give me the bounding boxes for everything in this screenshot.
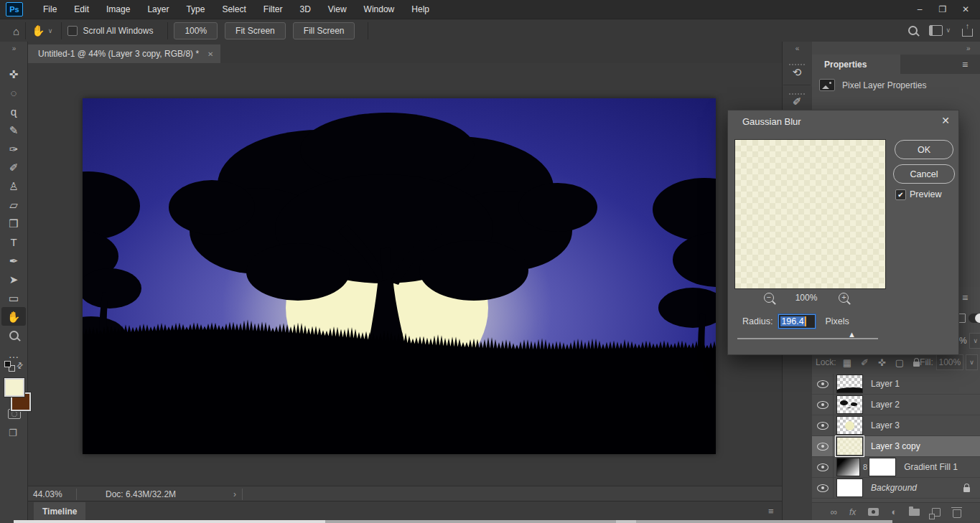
pen-tool[interactable]: ✒ — [1, 251, 26, 270]
paint-bucket-tool[interactable]: ❒ — [1, 214, 26, 232]
zoom-tool[interactable] — [1, 326, 26, 344]
menu-select[interactable]: Select — [213, 0, 254, 19]
expand-dock-icon[interactable]: » — [966, 44, 970, 52]
tab-close-icon[interactable]: ✕ — [207, 50, 213, 58]
chevron-right-icon[interactable]: › — [233, 489, 236, 499]
document-tab[interactable]: Untitled-1 @ 44% (Layer 3 copy, RGB/8) *… — [28, 44, 220, 63]
checker-lock-icon[interactable]: ▦ — [843, 358, 851, 367]
menu-view[interactable]: View — [319, 0, 355, 19]
collapse-tools-icon[interactable]: » — [0, 44, 27, 52]
visibility-toggle[interactable] — [812, 457, 834, 477]
tab-properties[interactable]: Properties — [812, 55, 900, 74]
type-tool[interactable]: T — [1, 232, 26, 251]
foreground-color-swatch[interactable] — [4, 378, 24, 397]
document-info[interactable]: Doc: 6.43M/32.2M › — [76, 489, 243, 500]
move-lock-icon[interactable]: ✜ — [878, 358, 886, 367]
path-selection-tool[interactable]: ➤ — [1, 270, 26, 288]
zoom-100-button[interactable]: 100% — [174, 22, 218, 39]
layer-row[interactable]: Layer 3 copy — [812, 436, 980, 457]
menu-help[interactable]: Help — [403, 0, 438, 19]
layers-menu-icon[interactable]: ≡ — [962, 292, 968, 303]
fill-value[interactable]: 100% — [936, 354, 963, 370]
layer-row[interactable]: Background — [812, 478, 980, 499]
zoom-out-icon[interactable]: − — [764, 293, 774, 303]
trash-icon[interactable] — [953, 509, 961, 518]
menu-edit[interactable]: Edit — [65, 0, 98, 19]
radius-slider-track[interactable] — [737, 338, 878, 339]
blur-preview-area[interactable] — [734, 139, 886, 289]
elliptical-marquee-tool[interactable]: ◌ — [1, 83, 26, 102]
dialog-close-icon[interactable]: ✕ — [941, 115, 950, 126]
menu-image[interactable]: Image — [98, 0, 139, 19]
zoom-in-icon[interactable]: + — [839, 293, 849, 303]
cancel-button[interactable]: Cancel — [893, 164, 955, 184]
rectangle-tool[interactable]: ▭ — [1, 288, 26, 307]
restore-button[interactable]: ❐ — [933, 1, 953, 17]
quick-selection-tool[interactable]: ✎ — [1, 121, 26, 139]
layer-thumbnail[interactable] — [836, 437, 863, 456]
default-colors-icon[interactable] — [4, 361, 15, 374]
layer-row[interactable]: Layer 2 — [812, 395, 980, 415]
visibility-toggle[interactable] — [812, 415, 834, 435]
adjustment-icon[interactable]: ◐ — [891, 507, 897, 517]
chevron-down-icon[interactable]: ∨ — [48, 27, 53, 34]
layer-row[interactable]: Layer 1 — [812, 374, 980, 395]
menu-layer[interactable]: Layer — [139, 0, 177, 19]
preview-checkbox[interactable]: ✔ — [895, 189, 906, 200]
all-lock-icon[interactable] — [913, 362, 920, 367]
brush-tool[interactable]: ✐ — [1, 158, 26, 176]
radius-input[interactable]: 196.4 — [778, 314, 816, 329]
scroll-all-windows-checkbox[interactable] — [67, 26, 78, 36]
visibility-toggle[interactable] — [812, 478, 834, 498]
move-tool[interactable]: ✜ — [1, 65, 26, 83]
collapse-panels-icon[interactable]: « — [782, 44, 812, 52]
layer-thumbnail[interactable] — [836, 458, 860, 476]
layer-row[interactable]: 8Gradient Fill 1 — [812, 457, 980, 478]
radius-slider-thumb[interactable]: ▲ — [848, 330, 856, 339]
home-icon[interactable]: ⌂ — [13, 25, 19, 37]
lasso-tool[interactable]: ɋ — [1, 102, 26, 121]
clone-stamp-tool[interactable]: ♙ — [1, 176, 26, 195]
fit-screen-button[interactable]: Fit Screen — [225, 22, 286, 39]
visibility-toggle[interactable] — [812, 436, 834, 456]
layer-thumbnail[interactable] — [836, 416, 863, 435]
layer-thumbnail[interactable] — [836, 479, 863, 497]
fill-screen-button[interactable]: Fill Screen — [293, 22, 355, 39]
hand-tool[interactable]: ✋ — [1, 307, 26, 326]
menu-window[interactable]: Window — [355, 0, 403, 19]
fill-dropdown[interactable]: ∨ — [966, 354, 978, 370]
artboard-lock-icon[interactable]: ▢ — [895, 358, 904, 367]
menu-3d[interactable]: 3D — [291, 0, 319, 19]
brush-lock-icon[interactable]: ✐ — [861, 358, 869, 367]
history-panel-button[interactable]: ⟲ — [783, 56, 811, 85]
menu-type[interactable]: Type — [177, 0, 213, 19]
layer-mask-thumbnail[interactable] — [869, 458, 896, 476]
zoom-level[interactable]: 44.03% — [33, 489, 67, 499]
opacity-dropdown[interactable]: ∨ — [969, 333, 980, 349]
layer-row[interactable]: Layer 3 — [812, 415, 980, 436]
folder-icon[interactable] — [909, 509, 920, 516]
layer-thumbnail[interactable] — [836, 395, 863, 414]
timeline-tab[interactable]: Timeline — [34, 502, 85, 520]
close-button[interactable]: ✕ — [956, 1, 976, 17]
layer-thumbnail[interactable] — [836, 374, 863, 393]
ok-button[interactable]: OK — [895, 140, 953, 159]
canvas-document[interactable] — [83, 98, 716, 454]
workspace-icon[interactable] — [929, 25, 943, 36]
visibility-toggle[interactable] — [812, 374, 834, 394]
visibility-toggle[interactable] — [812, 395, 834, 415]
properties-menu-icon[interactable]: ≡ — [962, 59, 968, 70]
menu-file[interactable]: File — [34, 0, 65, 19]
filter-toggle-switch[interactable] — [969, 314, 980, 323]
horizontal-scrollbar-thumb[interactable] — [14, 520, 325, 523]
chevron-down-icon[interactable]: ∨ — [946, 27, 951, 34]
hand-tool-icon[interactable]: ✋ — [32, 24, 45, 37]
search-icon[interactable] — [908, 26, 918, 35]
minimize-button[interactable]: – — [910, 1, 930, 17]
share-icon[interactable] — [962, 29, 973, 37]
eraser-tool[interactable]: ▱ — [1, 195, 26, 214]
new-layer-icon[interactable] — [932, 508, 941, 517]
link-icon[interactable]: ∞ — [831, 507, 837, 517]
screen-mode-icon[interactable]: ❐ — [9, 428, 17, 438]
timeline-menu-icon[interactable]: ≡ — [768, 506, 774, 517]
